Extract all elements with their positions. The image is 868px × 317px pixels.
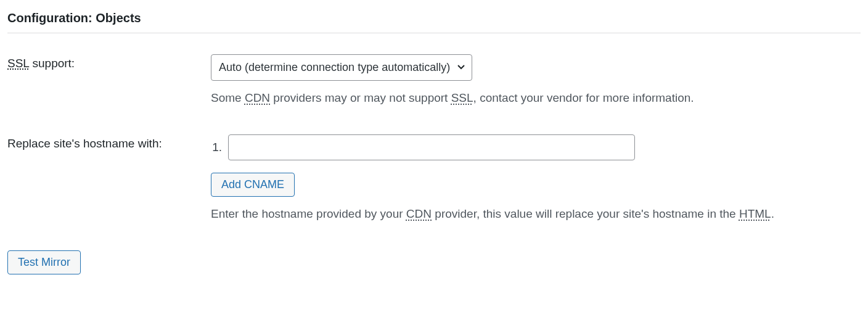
abbr-cdn-2: CDN	[406, 207, 432, 220]
abbr-ssl: SSL	[451, 91, 473, 104]
label-ssl-suffix: support:	[29, 57, 75, 70]
hostname-desc-mid: provider, this value will replace your s…	[432, 207, 739, 220]
cname-index: 1.	[211, 141, 222, 154]
ssl-support-select[interactable]: Auto (determine connection type automati…	[211, 54, 472, 81]
footer-buttons: Test Mirror	[7, 250, 861, 275]
ssl-desc-mid: providers may or may not support	[270, 91, 451, 104]
hostname-description: Enter the hostname provided by your CDN …	[211, 205, 861, 223]
label-ssl-support: SSL support:	[7, 54, 211, 70]
section-title: Configuration: Objects	[7, 11, 861, 25]
label-replace-hostname: Replace site's hostname with:	[7, 134, 211, 150]
row-ssl-support: SSL support: Auto (determine connection …	[7, 54, 861, 107]
abbr-html: HTML	[739, 207, 771, 220]
abbr-cdn: CDN	[245, 91, 270, 104]
ssl-select-wrap: Auto (determine connection type automati…	[211, 54, 472, 81]
add-cname-button[interactable]: Add CNAME	[211, 173, 295, 197]
ssl-desc-before: Some	[211, 91, 245, 104]
abbr-ssl-label: SSL	[7, 57, 29, 70]
cname-entry-row: 1.	[211, 134, 861, 160]
section-divider	[7, 33, 861, 33]
ssl-desc-after: , contact your vendor for more informati…	[473, 91, 694, 104]
test-mirror-button[interactable]: Test Mirror	[7, 250, 81, 275]
hostname-desc-after: .	[771, 207, 774, 220]
ssl-description: Some CDN providers may or may not suppor…	[211, 89, 861, 107]
hostname-desc-before: Enter the hostname provided by your	[211, 207, 406, 220]
cname-input[interactable]	[228, 134, 635, 160]
row-replace-hostname: Replace site's hostname with: 1. Add CNA…	[7, 134, 861, 223]
